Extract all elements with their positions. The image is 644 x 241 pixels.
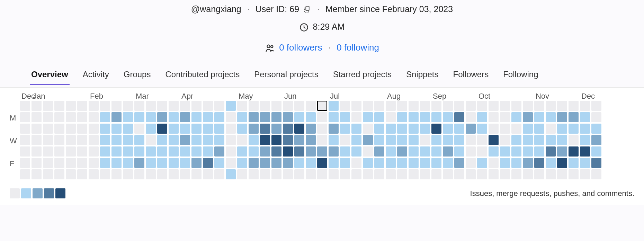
contribution-cell[interactable]: [523, 158, 533, 168]
contribution-cell[interactable]: [466, 101, 476, 111]
contribution-cell[interactable]: [146, 169, 156, 179]
contribution-cell[interactable]: [534, 135, 544, 145]
contribution-cell[interactable]: [363, 135, 373, 145]
contribution-cell[interactable]: [477, 169, 487, 179]
contribution-cell[interactable]: [43, 112, 53, 122]
contribution-cell[interactable]: [134, 158, 144, 168]
contribution-cell[interactable]: [260, 169, 270, 179]
contribution-cell[interactable]: [329, 169, 339, 179]
contribution-cell[interactable]: [157, 112, 167, 122]
contribution-cell[interactable]: [546, 169, 556, 179]
contribution-cell[interactable]: [363, 124, 373, 134]
contribution-cell[interactable]: [534, 112, 544, 122]
contribution-cell[interactable]: [306, 169, 316, 179]
contribution-cell[interactable]: [157, 101, 167, 111]
contribution-cell[interactable]: [477, 101, 487, 111]
contribution-cell[interactable]: [569, 124, 579, 134]
contribution-cell[interactable]: [54, 169, 64, 179]
contribution-cell[interactable]: [123, 101, 133, 111]
contribution-cell[interactable]: [443, 112, 453, 122]
contribution-cell[interactable]: [294, 124, 304, 134]
contribution-cell[interactable]: [249, 135, 259, 145]
contribution-cell[interactable]: [351, 158, 361, 168]
contribution-cell[interactable]: [306, 146, 316, 157]
contribution-cell[interactable]: [569, 169, 579, 179]
contribution-cell[interactable]: [420, 112, 430, 122]
contribution-cell[interactable]: [191, 158, 202, 168]
contribution-cell[interactable]: [351, 112, 361, 122]
contribution-cell[interactable]: [54, 124, 64, 134]
contribution-cell[interactable]: [580, 146, 590, 157]
contribution-cell[interactable]: [431, 158, 441, 168]
contribution-cell[interactable]: [546, 112, 556, 122]
contribution-cell[interactable]: [329, 146, 339, 157]
contribution-cell[interactable]: [534, 101, 544, 111]
contribution-cell[interactable]: [420, 135, 430, 145]
contribution-cell[interactable]: [134, 146, 144, 157]
contribution-cell[interactable]: [203, 135, 213, 145]
contribution-cell[interactable]: [169, 135, 179, 145]
contribution-cell[interactable]: [557, 124, 567, 134]
contribution-cell[interactable]: [146, 135, 156, 145]
contribution-cell[interactable]: [397, 101, 407, 111]
contribution-cell[interactable]: [374, 169, 384, 179]
contribution-cell[interactable]: [329, 112, 339, 122]
contribution-cell[interactable]: [32, 169, 42, 179]
contribution-cell[interactable]: [386, 158, 396, 168]
contribution-cell[interactable]: [134, 124, 144, 134]
contribution-cell[interactable]: [294, 158, 304, 168]
contribution-cell[interactable]: [420, 146, 430, 157]
contribution-cell[interactable]: [20, 101, 30, 111]
contribution-cell[interactable]: [340, 158, 350, 168]
contribution-cell[interactable]: [123, 124, 133, 134]
contribution-cell[interactable]: [443, 158, 453, 168]
contribution-cell[interactable]: [32, 112, 42, 122]
contribution-cell[interactable]: [294, 135, 304, 145]
contribution-cell[interactable]: [546, 124, 556, 134]
contribution-cell[interactable]: [443, 124, 453, 134]
contribution-cell[interactable]: [443, 146, 453, 157]
contribution-cell[interactable]: [260, 146, 270, 157]
contribution-cell[interactable]: [89, 112, 99, 122]
copy-user-id-icon[interactable]: [304, 5, 311, 13]
contribution-cell[interactable]: [43, 158, 53, 168]
contribution-cell[interactable]: [374, 158, 384, 168]
contribution-cell[interactable]: [363, 169, 373, 179]
contribution-cell[interactable]: [534, 146, 544, 157]
contribution-cell[interactable]: [260, 101, 270, 111]
contribution-cell[interactable]: [271, 158, 281, 168]
contribution-cell[interactable]: [500, 135, 510, 145]
contribution-cell[interactable]: [260, 135, 270, 145]
contribution-cell[interactable]: [294, 101, 304, 111]
contribution-cell[interactable]: [317, 169, 327, 179]
contribution-cell[interactable]: [546, 101, 556, 111]
contribution-cell[interactable]: [511, 169, 521, 179]
tab-groups[interactable]: Groups: [122, 67, 152, 85]
contribution-cell[interactable]: [226, 112, 236, 122]
contribution-cell[interactable]: [77, 146, 87, 157]
contribution-cell[interactable]: [180, 101, 190, 111]
contribution-cell[interactable]: [123, 158, 133, 168]
contribution-cell[interactable]: [180, 112, 190, 122]
contribution-cell[interactable]: [77, 124, 87, 134]
contribution-cell[interactable]: [317, 158, 327, 168]
contribution-cell[interactable]: [546, 146, 556, 157]
contribution-cell[interactable]: [523, 135, 533, 145]
contribution-cell[interactable]: [89, 146, 99, 157]
contribution-cell[interactable]: [294, 112, 304, 122]
contribution-cell[interactable]: [283, 124, 293, 134]
contribution-cell[interactable]: [54, 112, 64, 122]
contribution-cell[interactable]: [146, 101, 156, 111]
contribution-cell[interactable]: [569, 158, 579, 168]
tab-contributed-projects[interactable]: Contributed projects: [164, 67, 241, 85]
contribution-cell[interactable]: [397, 124, 407, 134]
contribution-cell[interactable]: [157, 135, 167, 145]
contribution-cell[interactable]: [454, 124, 464, 134]
contribution-cell[interactable]: [43, 101, 53, 111]
contribution-cell[interactable]: [203, 101, 213, 111]
contribution-cell[interactable]: [157, 158, 167, 168]
contribution-cell[interactable]: [306, 158, 316, 168]
contribution-cell[interactable]: [100, 169, 110, 179]
contribution-cell[interactable]: [100, 146, 110, 157]
contribution-cell[interactable]: [260, 124, 270, 134]
